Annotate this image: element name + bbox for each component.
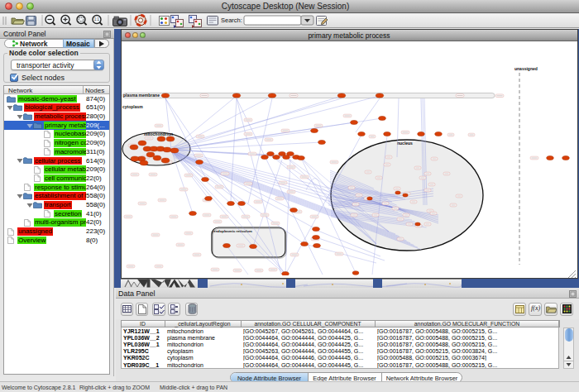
svg-text:cytoplasm: cytoplasm: [122, 104, 143, 109]
svg-text:mitochondrion: mitochondrion: [144, 131, 173, 136]
svg-text:1:1: 1:1: [94, 17, 100, 22]
svg-text:Search:: Search:: [221, 17, 242, 24]
svg-text:plasma membrane: plasma membrane: [123, 93, 160, 98]
svg-text:nucleus: nucleus: [397, 141, 413, 146]
svg-text:endoplasmic reticulum: endoplasmic reticulum: [213, 229, 252, 233]
svg-text:unassigned: unassigned: [514, 66, 538, 71]
